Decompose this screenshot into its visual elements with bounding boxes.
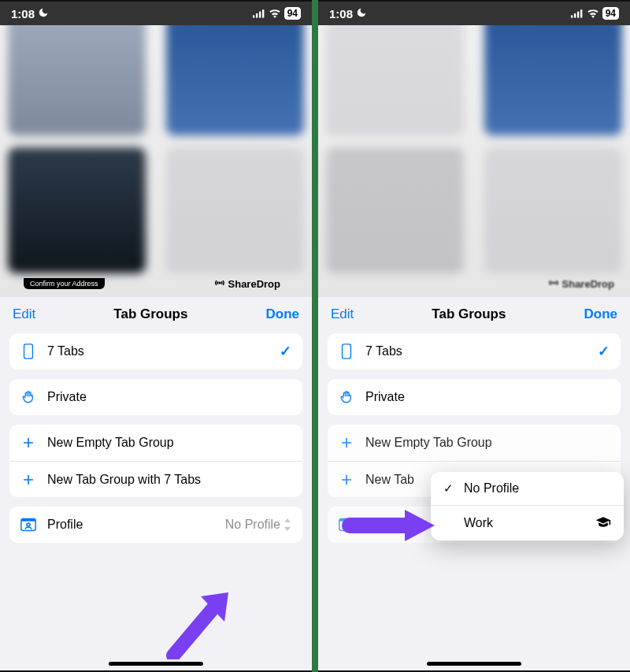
graduation-cap-icon [595, 515, 611, 531]
new-empty-label: New Empty Tab Group [47, 436, 291, 450]
popup-work-label: Work [464, 516, 587, 530]
new-group-section: New Empty Tab Group New Tab Group with 7… [9, 425, 302, 497]
private-row[interactable]: Private [9, 379, 302, 415]
tabs-label: 7 Tabs [365, 344, 587, 358]
svg-rect-5 [24, 344, 33, 358]
edit-button[interactable]: Edit [13, 306, 35, 322]
popup-no-profile-label: No Profile [464, 481, 611, 496]
svg-rect-14 [343, 344, 351, 358]
sharedrop-label: ShareDrop [547, 277, 614, 291]
home-indicator [427, 662, 521, 666]
signal-icon [253, 7, 265, 20]
new-empty-label: New Empty Tab Group [365, 436, 610, 450]
moon-icon [38, 7, 49, 20]
tabs-label: 7 Tabs [47, 344, 269, 358]
private-section: Private [328, 379, 621, 415]
private-row[interactable]: Private [328, 379, 621, 415]
svg-rect-11 [577, 11, 579, 17]
status-bar: 1:08 94 [0, 2, 312, 25]
sharedrop-label: ShareDrop [213, 277, 280, 291]
profile-row[interactable]: Profile No Profile [9, 507, 302, 543]
checkmark-icon: ✓ [598, 343, 610, 360]
status-time: 1:08 [11, 7, 35, 20]
hand-icon [20, 389, 36, 405]
chevron-updown-icon [284, 518, 291, 531]
right-phone: 1:08 94 ShareDrop Edit [318, 2, 630, 670]
status-time: 1:08 [329, 7, 353, 20]
plus-icon [339, 473, 354, 487]
home-indicator [109, 662, 203, 666]
svg-rect-10 [574, 13, 576, 18]
tab-overview-background: ShareDrop [318, 2, 630, 297]
svg-rect-1 [256, 13, 258, 18]
private-label: Private [47, 390, 291, 404]
sheet-header: Edit Tab Groups Done [0, 297, 312, 329]
popup-no-profile-row[interactable]: ✓ No Profile [431, 472, 624, 505]
wifi-icon [587, 7, 599, 20]
annotation-arrow [158, 588, 236, 659]
checkmark-icon: ✓ [443, 481, 456, 496]
profile-label: Profile [47, 518, 214, 532]
tabs-row[interactable]: 7 Tabs ✓ [328, 333, 621, 369]
svg-rect-9 [571, 15, 573, 17]
edit-button[interactable]: Edit [331, 306, 354, 322]
svg-point-13 [553, 282, 554, 284]
svg-rect-3 [262, 9, 264, 17]
private-label: Private [365, 390, 610, 404]
left-phone: 1:08 94 Confirm your Address ShareDrop [0, 2, 312, 670]
profile-value: No Profile [225, 518, 291, 532]
new-empty-group-row[interactable]: New Empty Tab Group [9, 425, 302, 461]
svg-rect-7 [21, 519, 35, 522]
tabs-section: 7 Tabs ✓ [328, 333, 621, 369]
done-button[interactable]: Done [266, 306, 300, 322]
signal-icon [571, 7, 584, 20]
tab-groups-sheet: Edit Tab Groups Done 7 Tabs ✓ Private [0, 297, 312, 670]
tabs-section: 7 Tabs ✓ [9, 333, 302, 369]
sheet-header: Edit Tab Groups Done [318, 297, 630, 329]
private-section: Private [9, 379, 302, 415]
new-group-with-tabs-row[interactable]: New Tab Group with 7 Tabs [9, 461, 302, 497]
done-button[interactable]: Done [584, 306, 618, 322]
profile-popup: ✓ No Profile Work [431, 472, 624, 540]
popup-work-row[interactable]: Work [431, 505, 624, 540]
status-bar: 1:08 94 [318, 2, 630, 25]
plus-icon [20, 436, 36, 450]
svg-rect-12 [580, 9, 582, 17]
svg-rect-2 [259, 11, 261, 17]
tab-thumbnail-label: Confirm your Address [24, 278, 105, 289]
svg-point-8 [27, 523, 30, 526]
phone-icon [20, 343, 36, 359]
battery-icon: 94 [284, 7, 301, 20]
svg-rect-0 [253, 15, 254, 17]
profile-icon [20, 518, 36, 532]
broadcast-icon [213, 277, 226, 291]
hand-icon [339, 389, 354, 405]
sheet-title: Tab Groups [432, 306, 506, 322]
tabs-row[interactable]: 7 Tabs ✓ [9, 333, 302, 369]
plus-icon [339, 436, 354, 450]
new-empty-group-row[interactable]: New Empty Tab Group [328, 425, 621, 461]
broadcast-icon [547, 277, 560, 291]
svg-point-4 [219, 282, 220, 284]
phone-icon [339, 343, 354, 359]
annotation-arrow [342, 506, 436, 545]
moon-icon [356, 7, 367, 20]
tab-overview-background: Confirm your Address ShareDrop [0, 2, 312, 297]
checkmark-icon: ✓ [280, 343, 291, 360]
profile-section: Profile No Profile [9, 507, 302, 543]
wifi-icon [269, 7, 281, 20]
battery-icon: 94 [602, 7, 619, 20]
plus-icon [20, 473, 36, 487]
sheet-title: Tab Groups [113, 306, 187, 322]
new-with-tabs-label: New Tab Group with 7 Tabs [47, 473, 291, 487]
